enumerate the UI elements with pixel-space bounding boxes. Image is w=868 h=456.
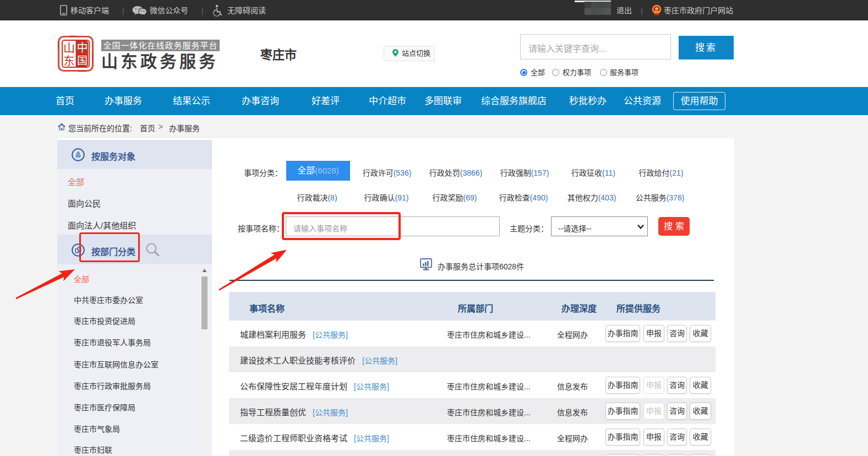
svg-text:东: 东 — [64, 55, 75, 67]
svg-text:山: 山 — [63, 41, 75, 55]
svg-text:国: 国 — [77, 55, 88, 67]
svg-text:中: 中 — [77, 42, 88, 54]
